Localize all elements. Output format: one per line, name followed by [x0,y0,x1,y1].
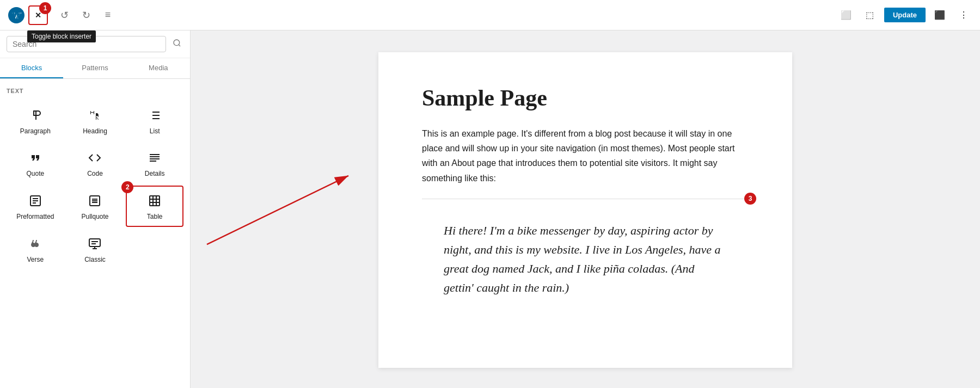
list-icon [148,109,161,124]
separator-container: 3 [422,199,749,199]
page-body[interactable]: This is an example page. It's different … [422,126,749,186]
redo-button[interactable]: ↻ [76,5,96,25]
quote-label: Quote [26,170,44,177]
code-label: Code [87,170,103,177]
block-item-pullquote[interactable]: Pullquote [66,186,124,227]
block-item-table[interactable]: 2 Table [126,186,183,227]
classic-label: Classic [84,256,106,263]
quote-block[interactable]: Hi there! I'm a bike messenger by day, a… [422,210,749,309]
toggle-inserter-button[interactable]: ✕ 1 [28,5,48,25]
badge-2: 2 [121,181,133,193]
sidebar-toggle-button[interactable]: ⬛ [930,5,950,25]
sidebar-panel: Blocks Patterns Media TEXT Paragraph [0,30,191,388]
paragraph-label: Paragraph [20,127,51,135]
svg-rect-22 [150,196,160,206]
undo-button[interactable]: ↺ [54,5,74,25]
main-layout: Blocks Patterns Media TEXT Paragraph [0,30,980,388]
toolbar-nav: ↺ ↻ ≡ [54,5,118,25]
page-title: Sample Page [422,85,749,111]
tab-blocks[interactable]: Blocks [0,58,63,78]
block-item-list[interactable]: List [126,101,183,141]
svg-point-2 [174,40,180,46]
heading-icon [88,109,101,124]
verse-icon [29,237,42,252]
svg-rect-27 [89,239,100,247]
tools-button[interactable]: ≡ [98,5,118,25]
toolbar-right: ⬜ ⬚ Update ⬛ ⋮ [836,5,973,25]
editor-content[interactable]: Sample Page This is an example page. It'… [378,52,792,368]
wp-logo-button[interactable]: W [7,5,26,25]
tab-patterns[interactable]: Patterns [63,58,126,78]
separator-line [422,199,749,199]
update-button[interactable]: Update [884,8,926,22]
block-item-code[interactable]: Code [66,143,124,183]
block-item-heading[interactable]: Heading [66,101,124,141]
view-button[interactable]: ⬜ [836,5,856,25]
list-label: List [150,127,160,135]
toolbar: W ✕ 1 Toggle block inserter ↺ ↻ ≡ ⬜ ⬚ Up… [0,0,980,30]
block-item-quote[interactable]: Quote [7,143,64,183]
badge-3: 3 [744,193,756,205]
preformatted-label: Preformatted [16,213,54,220]
blocks-grid: Paragraph Heading [7,101,183,269]
details-icon [148,151,161,167]
quote-text: Hi there! I'm a bike messenger by day, a… [444,224,721,295]
toolbar-left: W ✕ 1 Toggle block inserter ↺ ↻ ≡ [7,5,118,25]
heading-label: Heading [83,127,107,135]
block-item-classic[interactable]: Classic [66,229,124,269]
section-text-label: TEXT [7,88,183,94]
blocks-content: TEXT Paragraph [0,79,190,388]
table-icon [148,194,161,210]
external-link-button[interactable]: ⬚ [860,5,880,25]
verse-label: Verse [27,256,44,263]
svg-line-31 [207,176,348,244]
block-item-details[interactable]: Details [126,143,183,183]
tooltip-toggle-inserter: Toggle block inserter [27,30,96,42]
badge-1: 1 [39,2,51,14]
editor-area: Sample Page This is an example page. It'… [191,30,980,388]
more-options-button[interactable]: ⋮ [954,5,973,25]
code-icon [88,151,101,167]
table-label: Table [147,213,163,220]
classic-icon [88,237,101,252]
block-item-paragraph[interactable]: Paragraph [7,101,64,141]
preformatted-icon [29,194,42,210]
details-label: Details [145,170,165,177]
block-item-preformatted[interactable]: Preformatted [7,186,64,227]
svg-text:W: W [11,10,21,21]
block-item-verse[interactable]: Verse [7,229,64,269]
quote-icon [29,151,42,167]
svg-line-3 [179,45,180,46]
pullquote-icon [88,194,101,210]
tabs: Blocks Patterns Media [0,58,190,79]
pullquote-label: Pullquote [81,213,108,220]
paragraph-icon [29,109,42,124]
search-button[interactable] [170,36,183,52]
tab-media[interactable]: Media [127,58,190,78]
